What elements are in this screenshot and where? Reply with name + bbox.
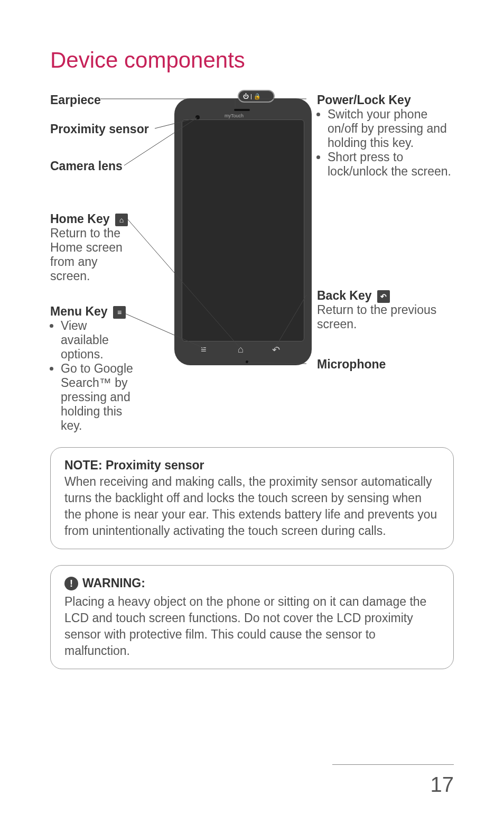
- note-box: NOTE: Proximity sensor When receiving an…: [50, 447, 454, 549]
- earpiece-label: Earpiece: [50, 93, 161, 107]
- menu-icon: ≡: [201, 344, 207, 355]
- page-title: Device components: [50, 48, 454, 73]
- device-diagram: ⏻ | 🔒 myTouch ≡ ⌂ ↶ Earpiece Proximity s…: [50, 93, 454, 431]
- power-key-label: Power/Lock Key Switch your phone on/off …: [317, 93, 452, 179]
- menu-key-icon: ≡: [113, 306, 126, 319]
- phone-brand: myTouch: [225, 113, 244, 118]
- home-icon: ⌂: [238, 344, 244, 355]
- camera-lens-dot: [195, 115, 200, 119]
- note-title: NOTE: Proximity sensor: [64, 458, 204, 472]
- back-icon: ↶: [272, 344, 280, 356]
- page-number: 17: [431, 773, 454, 797]
- power-key-nub: ⏻ | 🔒: [238, 90, 275, 103]
- warning-box: ! WARNING: Placing a heavy object on the…: [50, 565, 454, 669]
- warning-title: WARNING:: [82, 575, 145, 591]
- menu-key-label: Menu Key ≡ View available options. Go to…: [50, 304, 137, 433]
- microphone-label: Microphone: [317, 357, 452, 372]
- proximity-label: Proximity sensor: [50, 122, 161, 136]
- back-key-label: Back Key ↶ Return to the previous screen…: [317, 289, 452, 331]
- phone-screen: [182, 119, 304, 341]
- back-key-icon: ↶: [377, 290, 390, 303]
- warning-icon: !: [64, 577, 78, 590]
- footer-rule: [332, 764, 454, 765]
- warning-body: Placing a heavy object on the phone or s…: [64, 595, 426, 658]
- microphone-dot: [246, 360, 248, 363]
- earpiece-slot: [234, 109, 250, 111]
- camera-label: Camera lens: [50, 159, 161, 173]
- note-body: When receiving and making calls, the pro…: [64, 475, 437, 538]
- home-key-icon: ⌂: [115, 214, 128, 226]
- home-key-label: Home Key ⌂ Return to the Home screen fro…: [50, 212, 137, 283]
